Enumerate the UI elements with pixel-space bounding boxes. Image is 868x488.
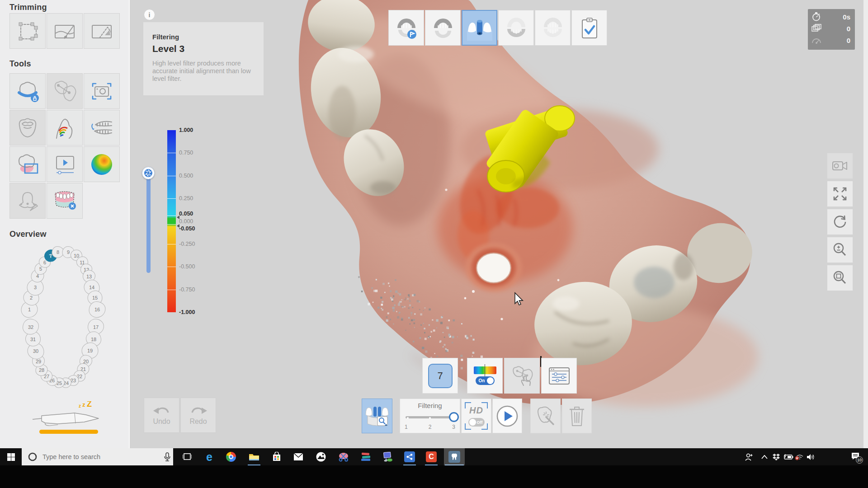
frames-icon [811, 24, 821, 33]
reset-rotation-button[interactable] [827, 209, 853, 235]
microphone-icon[interactable] [164, 452, 171, 461]
undo-button[interactable]: Undo [144, 398, 179, 433]
chevron-up-icon [761, 455, 768, 459]
scale-slider-track[interactable] [146, 168, 151, 273]
filtering-label: Filtering [418, 402, 442, 409]
scanner-wand-icon [33, 413, 99, 426]
stopwatch-icon [811, 12, 821, 22]
stage-maxilla-button[interactable] [425, 10, 461, 46]
redo-label: Redo [189, 418, 207, 426]
stage-toolbar [388, 10, 607, 46]
texture-toggle[interactable]: On [476, 376, 495, 385]
scale-separator [167, 198, 176, 199]
hd-toggle-label: Off [477, 420, 483, 425]
info-icon[interactable]: i [144, 9, 155, 20]
scale-upper-marker [177, 216, 179, 219]
info-panel-title: Filtering [152, 33, 255, 41]
viewport[interactable]: i Filtering Level 3 High level filter pr… [130, 0, 868, 448]
taskbar-pc-app[interactable] [378, 448, 398, 465]
image-count-value: 0 [847, 25, 850, 33]
taskbar-store[interactable] [267, 448, 287, 465]
maxilla-scan-icon [394, 15, 419, 41]
taskbar-chrome[interactable] [221, 448, 241, 465]
photos-icon [316, 452, 326, 462]
hd-toggle-button[interactable]: HD Off [461, 399, 491, 433]
sleep-z3: Z [87, 401, 92, 408]
taskbar-edge[interactable]: e [199, 448, 219, 465]
file-explorer-icon [249, 452, 259, 461]
sleep-z1: z [79, 404, 81, 408]
display-settings-button[interactable] [541, 358, 577, 394]
start-button[interactable] [1, 448, 21, 465]
hd-corner-tr [481, 402, 488, 408]
taskbar-snipping[interactable] [334, 448, 354, 465]
info-panel-description: High level filter produces more accurate… [152, 60, 255, 83]
people-button[interactable] [741, 448, 757, 465]
filtering-slider[interactable] [406, 412, 454, 422]
tooth-number-button[interactable]: 7 [422, 358, 458, 394]
edge-icon: e [206, 450, 212, 464]
tooth-chart: 1234567891011121314151617181920212223242… [0, 0, 130, 448]
share-app-icon [404, 451, 415, 462]
zoom-in-out-icon [832, 242, 848, 258]
battery-icon [783, 454, 793, 460]
play-button[interactable] [492, 399, 522, 433]
wifi-error-icon [795, 454, 804, 460]
stage-scanbody-button[interactable] [462, 10, 497, 46]
scale-label--0.250: -0.250 [179, 241, 195, 247]
redo-button[interactable]: Redo [180, 398, 216, 433]
stage-occlusion-button[interactable] [535, 10, 571, 46]
slider-dot-2 [429, 417, 431, 419]
zoom-in-out-button[interactable] [827, 237, 853, 263]
scan-speed-value: 0 [847, 37, 850, 44]
taskbar-mail[interactable] [288, 448, 308, 465]
tooth-16[interactable]: 16 [89, 301, 106, 318]
undo-label: Undo [153, 418, 170, 426]
taskbar-books[interactable] [356, 448, 376, 465]
record-video-button[interactable] [827, 153, 853, 179]
taskbar-share-app[interactable] [400, 448, 420, 465]
taskbar-camtasia[interactable]: C [421, 448, 441, 465]
delete-button[interactable] [562, 399, 592, 433]
fit-screen-button[interactable] [827, 181, 853, 207]
redo-icon [190, 405, 207, 417]
stage-maxilla-scan-button[interactable] [388, 10, 424, 46]
scan-strategy-button[interactable] [362, 399, 392, 433]
volume-icon [807, 454, 815, 460]
scale-label-0.050: 0.050 [179, 211, 193, 217]
chrome-icon [226, 452, 236, 462]
taskbar-photos[interactable] [311, 448, 331, 465]
search-input[interactable] [42, 453, 147, 461]
tray-dropbox[interactable] [770, 448, 783, 465]
taskbar-dental-app-active[interactable] [444, 448, 465, 465]
tray-volume[interactable] [804, 448, 817, 465]
cortana-icon [28, 452, 37, 461]
dropbox-icon [773, 454, 780, 460]
stage-confirm-button[interactable] [571, 10, 607, 46]
tray-expand-button[interactable] [758, 448, 771, 465]
notification-button[interactable]: 10 [846, 448, 864, 465]
screen-letterbox [0, 465, 868, 488]
select-teeth-button[interactable] [504, 358, 540, 394]
hd-toggle-knob [469, 419, 476, 426]
scale-slider-handle[interactable] [142, 167, 155, 179]
scale-label--0.050: -0.050 [179, 225, 195, 232]
taskbar-search[interactable] [22, 448, 173, 465]
scale-label-1.000: 1.000 [179, 127, 193, 133]
auto-clean-button[interactable] [530, 399, 561, 433]
scanbody-icon [467, 15, 492, 41]
filtering-slider-handle[interactable] [449, 412, 459, 422]
stage-mandible-button[interactable] [498, 10, 534, 46]
hd-toggle[interactable]: Off [468, 418, 485, 427]
taskbar-file-explorer[interactable] [244, 448, 264, 465]
pc-app-icon [382, 452, 393, 462]
scale-label-0.750: 0.750 [179, 150, 193, 156]
mark-3: 3 [452, 424, 455, 430]
slider-dot-1 [407, 417, 409, 419]
task-view-button[interactable] [177, 448, 197, 465]
scale-lower-marker [177, 224, 179, 228]
zoom-fit-button[interactable] [827, 265, 853, 291]
texture-toggle-button[interactable]: On [467, 358, 503, 394]
notifications-icon: 10 [851, 452, 860, 462]
scale-label--0.750: -0.750 [179, 286, 195, 293]
